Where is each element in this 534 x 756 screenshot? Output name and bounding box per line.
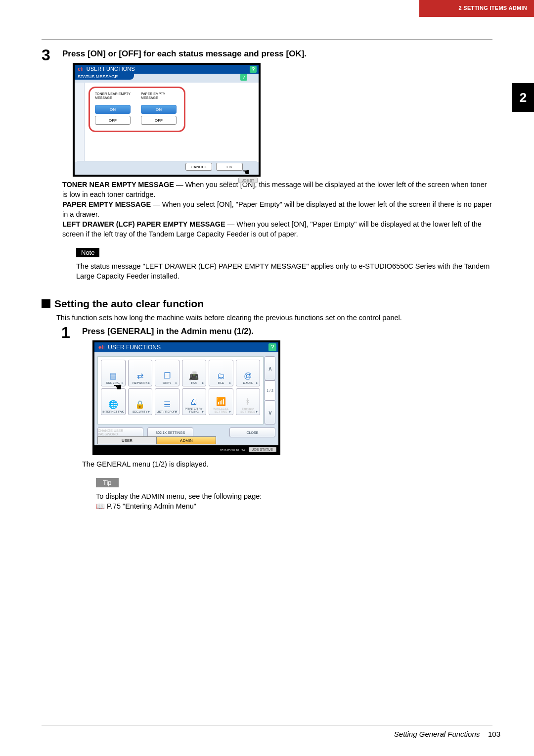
user-tab[interactable]: USER <box>97 436 157 444</box>
chapter-number: 2 <box>520 90 527 105</box>
s1-time: 10 : 40 <box>223 181 232 184</box>
cancel-button[interactable]: CANCEL <box>185 163 212 171</box>
toner-off-button[interactable]: OFF <box>95 116 131 125</box>
fax-button[interactable]: 📠FAX▸ <box>182 360 207 386</box>
network-button[interactable]: ⇄NETWORK▸ <box>128 360 153 386</box>
tip-badge: Tip <box>96 478 119 487</box>
help-icon[interactable]: ? <box>268 343 276 351</box>
file-button[interactable]: 🗂FILE▸ <box>209 360 233 386</box>
s2-titlebar: efi USER FUNCTIONS ? <box>94 342 278 352</box>
status-message-screenshot: efi USER FUNCTIONS ? STATUS MESSAGE ? <box>73 63 261 177</box>
description-block: TONER NEAR EMPTY MESSAGE — When you sele… <box>62 180 492 239</box>
ok-button[interactable]: OK <box>216 163 243 171</box>
page-content: 3 Press [ON] or [OFF] for each status me… <box>42 40 492 511</box>
internet-fax-button[interactable]: 🌐INTERNET FAX▸ <box>101 388 126 415</box>
step-title: Press [ON] or [OFF] for each status mess… <box>62 49 492 59</box>
job-status-button[interactable]: JOB STATUS <box>249 447 276 452</box>
footer: Setting General Functions 103 <box>394 730 500 738</box>
printer-efiling-button[interactable]: 🖨PRINTER / e-FILING▸ <box>182 388 207 415</box>
step-number: 3 <box>42 47 62 281</box>
security-button[interactable]: 🔒SECURITY▸ <box>128 388 153 415</box>
admin-menu-screenshot: efi USER FUNCTIONS ? ▤GENERAL▸ ⇄NETWORK▸… <box>92 340 280 455</box>
note-badge: Note <box>76 248 99 257</box>
step-1: 1 Press [GENERAL] in the Admin menu (1/2… <box>61 325 492 511</box>
note-text: The status message "LEFT DRAWER (LCF) PA… <box>76 261 492 281</box>
page-indicator: 1 / 2 <box>265 380 275 400</box>
section-subtext: This function sets how long the machine … <box>56 314 492 322</box>
divider-top <box>42 40 492 40</box>
book-icon: 📖 <box>96 502 105 510</box>
chapter-side-tab: 2 <box>512 83 534 112</box>
highlight-outline: TONER NEAR EMPTY MESSAGE ON OFF PAPER EM… <box>89 87 185 132</box>
pager: ∧ 1 / 2 ∨ <box>265 356 275 425</box>
s2-title: USER FUNCTIONS <box>108 344 161 351</box>
page-up-button[interactable]: ∧ <box>265 356 275 380</box>
job-status-button[interactable]: JOB ST <box>238 178 258 183</box>
divider-bottom <box>42 725 492 725</box>
desc2-bold: PAPER EMPTY MESSAGE <box>62 200 151 208</box>
general-button[interactable]: ▤GENERAL▸ <box>101 360 126 386</box>
s1-left-strip <box>75 83 85 162</box>
toner-on-button[interactable]: ON <box>95 105 131 114</box>
footer-page: 103 <box>488 730 500 738</box>
change-password-button[interactable]: CHANGE USER PASSWORD <box>97 427 143 437</box>
step1-after-text: The GENERAL menu (1/2) is displayed. <box>82 459 492 469</box>
step-3: 3 Press [ON] or [OFF] for each status me… <box>42 47 492 281</box>
step-number: 1 <box>61 325 82 511</box>
paper-off-button[interactable]: OFF <box>141 116 177 125</box>
copy-button[interactable]: ❐COPY▸ <box>155 360 179 386</box>
help-icon[interactable]: ? <box>240 74 247 81</box>
s1-titlebar: efi USER FUNCTIONS ? <box>75 65 259 74</box>
desc1-bold: TONER NEAR EMPTY MESSAGE <box>62 181 174 189</box>
admin-tab[interactable]: ADMIN <box>157 436 216 444</box>
tip-line1: To display the ADMIN menu, see the follo… <box>96 491 492 501</box>
bluetooth-button[interactable]: ᚼBluetooth SETTINGS▸ <box>236 388 261 415</box>
tip-ref: 📖 P.75 "Entering Admin Menu" <box>96 501 492 511</box>
close-button[interactable]: CLOSE <box>229 427 275 437</box>
page-down-button[interactable]: ∨ <box>265 400 275 425</box>
step-title: Press [GENERAL] in the Admin menu (1/2). <box>82 327 492 336</box>
8021x-settings-button[interactable]: 802.1X SETTINGS <box>147 427 193 437</box>
header-section-label: 2 SETTING ITEMS ADMIN <box>458 5 527 11</box>
section-heading: Setting the auto clear function <box>42 298 492 310</box>
toner-label: TONER NEAR EMPTY MESSAGE <box>95 92 133 103</box>
paper-on-button[interactable]: ON <box>141 105 177 114</box>
wireless-button[interactable]: 📶WIRELESS SETTING▸ <box>209 388 233 415</box>
admin-grid: ▤GENERAL▸ ⇄NETWORK▸ ❐COPY▸ 📠FAX▸ 🗂FILE▸ … <box>97 356 264 425</box>
s1-footer: CANCEL OK <box>77 161 257 173</box>
email-button[interactable]: @E-MAIL▸ <box>236 360 261 386</box>
desc3-bold: LEFT DRAWER (LCF) PAPER EMPTY MESSAGE <box>62 220 225 228</box>
s1-title: USER FUNCTIONS <box>87 66 135 72</box>
s1-breadcrumb: STATUS MESSAGE ? <box>75 74 134 80</box>
paper-label: PAPER EMPTY MESSAGE <box>141 92 179 103</box>
help-icon[interactable]: ? <box>250 66 257 73</box>
list-report-button[interactable]: ☰LIST / REPORT▸ <box>155 388 179 415</box>
header-section-bar: 2 SETTING ITEMS ADMIN <box>419 0 534 17</box>
square-bullet-icon <box>42 299 50 308</box>
section-heading-text: Setting the auto clear function <box>54 298 204 310</box>
footer-title: Setting General Functions <box>394 730 480 738</box>
s2-datetime: 2011/05/10 10 : 24 <box>220 449 245 452</box>
